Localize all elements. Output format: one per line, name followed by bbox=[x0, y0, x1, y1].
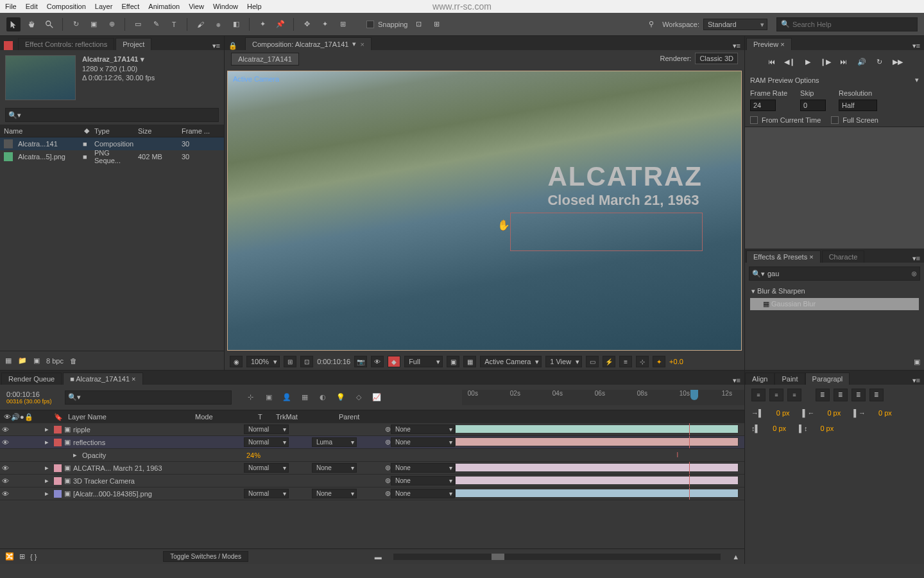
tab-project[interactable]: Project bbox=[116, 38, 151, 50]
menu-layer[interactable]: Layer bbox=[95, 3, 113, 10]
effect-item-gaussian-blur[interactable]: ▦ Gaussian Blur bbox=[750, 298, 919, 310]
new-comp-icon[interactable]: ▣ bbox=[33, 356, 40, 365]
panel-close-icon[interactable] bbox=[4, 41, 13, 50]
tab-effect-controls[interactable]: Effect Controls: reflections bbox=[18, 38, 114, 50]
loop-button[interactable]: ↻ bbox=[873, 55, 886, 68]
effects-search-input[interactable] bbox=[767, 270, 909, 277]
eraser-tool[interactable]: ◧ bbox=[229, 17, 243, 31]
menu-effect[interactable]: Effect bbox=[121, 3, 139, 10]
parent-dropdown[interactable]: None bbox=[391, 437, 455, 447]
parent-dropdown[interactable]: None bbox=[391, 425, 455, 434]
timeline-layer[interactable]: 👁▸▣[Alcatr...000-184385].pngNormalNone⊚N… bbox=[0, 487, 744, 500]
col-size[interactable]: Size bbox=[138, 127, 176, 135]
interpret-icon[interactable]: ▦ bbox=[5, 356, 12, 365]
ram-preview-button[interactable]: ▶▶ bbox=[891, 55, 904, 68]
tab-paint[interactable]: Paint bbox=[774, 372, 805, 385]
resolution-dropdown[interactable]: Full bbox=[404, 356, 443, 367]
type-tool[interactable]: T bbox=[167, 17, 181, 31]
trkmat-dropdown[interactable]: None bbox=[312, 463, 357, 473]
from-current-checkbox[interactable] bbox=[750, 116, 758, 124]
camera-dropdown[interactable]: Active Camera bbox=[480, 356, 542, 367]
mode-dropdown[interactable]: Normal bbox=[244, 437, 289, 447]
camera-tool[interactable]: ▣ bbox=[87, 17, 101, 31]
col-label-icon[interactable]: ◆ bbox=[84, 127, 89, 135]
next-frame-button[interactable]: ❙▶ bbox=[819, 55, 832, 68]
zoom-dropdown[interactable]: 100% bbox=[246, 356, 280, 367]
align-right-button[interactable]: ≡ bbox=[787, 389, 801, 401]
indent-first-value[interactable]: 0 px bbox=[827, 409, 841, 417]
brainstorm-icon[interactable]: 💡 bbox=[334, 391, 347, 404]
layer-duration-bar[interactable] bbox=[455, 489, 739, 498]
channel-icon[interactable]: ◆ bbox=[388, 356, 400, 367]
justify-right-button[interactable]: ≣ bbox=[851, 389, 866, 401]
tab-composition[interactable]: Composition: Alcatraz_17A141 ▾ × bbox=[245, 37, 372, 50]
fast-preview-icon[interactable]: ⚡ bbox=[603, 356, 615, 367]
panel-menu-icon[interactable]: ▾≡ bbox=[909, 376, 924, 385]
workspace-dropdown[interactable]: Standard bbox=[703, 19, 767, 30]
play-button[interactable]: ▶ bbox=[801, 55, 814, 68]
brackets-icon[interactable]: { } bbox=[30, 553, 37, 561]
timeline-layer[interactable]: 👁▸▣ALCATRA... March 21, 1963NormalNone⊚N… bbox=[0, 462, 744, 475]
grid-icon[interactable]: ⊞ bbox=[284, 356, 296, 367]
auto-keyframe-icon[interactable]: ◇ bbox=[352, 391, 365, 404]
panel-menu-icon[interactable]: ▾≡ bbox=[909, 42, 924, 50]
selection-rectangle[interactable] bbox=[510, 213, 703, 251]
toggle-switches-icon[interactable]: 🔀 bbox=[5, 552, 14, 561]
pan-behind-tool[interactable]: ⊕ bbox=[105, 17, 119, 31]
exposure-reset-icon[interactable]: ✦ bbox=[653, 356, 665, 367]
draft-3d-icon[interactable]: ▣ bbox=[262, 391, 275, 404]
dropdown-icon[interactable]: ▾ bbox=[915, 76, 919, 84]
menu-animation[interactable]: Animation bbox=[148, 3, 180, 10]
menu-file[interactable]: File bbox=[5, 3, 17, 10]
breadcrumb-item[interactable]: Alcatraz_17A141 bbox=[231, 53, 299, 66]
twirl-icon[interactable]: ▸ bbox=[45, 477, 51, 485]
mute-button[interactable]: 🔊 bbox=[855, 55, 868, 68]
visibility-icon[interactable]: 👁 bbox=[0, 490, 10, 498]
world-axis-icon[interactable]: ✦ bbox=[318, 17, 332, 31]
snapshot-icon[interactable]: 📷 bbox=[354, 356, 367, 367]
project-search[interactable]: 🔍▾ bbox=[5, 108, 219, 122]
timeline-layer[interactable]: ▸Opacity24%I bbox=[0, 449, 744, 462]
tab-timeline-comp[interactable]: ■ Alcatraz_17A141 × bbox=[63, 372, 142, 385]
views-dropdown[interactable]: 1 View bbox=[545, 356, 582, 367]
search-icon[interactable]: ⚲ bbox=[644, 17, 658, 31]
pen-tool[interactable]: ✎ bbox=[149, 17, 163, 31]
snap-bounds-icon[interactable]: ⊞ bbox=[430, 17, 444, 31]
close-icon[interactable]: × bbox=[780, 40, 784, 48]
col-parent[interactable]: Parent bbox=[339, 413, 359, 421]
tab-render-queue[interactable]: Render Queue bbox=[1, 372, 62, 385]
layer-color-label[interactable] bbox=[54, 490, 62, 498]
layer-color-label[interactable] bbox=[54, 464, 62, 472]
close-icon[interactable]: × bbox=[360, 40, 364, 48]
mode-dropdown[interactable]: Normal bbox=[244, 425, 289, 434]
panel-menu-icon[interactable]: ▾≡ bbox=[729, 376, 744, 385]
framerate-input[interactable]: 24 bbox=[750, 100, 776, 111]
parent-pickwhip-icon[interactable]: ⊚ bbox=[385, 438, 391, 446]
expand-icon[interactable]: ⊞ bbox=[19, 552, 25, 561]
timeline-icon[interactable]: ≡ bbox=[619, 356, 632, 367]
viewer-timecode[interactable]: 0:00:10:16 bbox=[317, 358, 350, 365]
trkmat-dropdown[interactable]: Luma bbox=[312, 437, 357, 447]
prev-frame-button[interactable]: ◀❙ bbox=[783, 55, 796, 68]
tab-align[interactable]: Align bbox=[745, 372, 774, 385]
menu-composition[interactable]: Composition bbox=[47, 3, 86, 10]
col-type[interactable]: Type bbox=[94, 127, 133, 135]
mode-dropdown[interactable]: Normal bbox=[244, 463, 289, 473]
layer-duration-bar[interactable] bbox=[455, 437, 739, 446]
always-preview-icon[interactable]: ◉ bbox=[230, 356, 243, 367]
composition-thumbnail[interactable] bbox=[5, 55, 76, 100]
first-frame-button[interactable]: ⏮ bbox=[766, 55, 778, 68]
toggle-switches-button[interactable]: Toggle Switches / Modes bbox=[163, 551, 248, 562]
last-frame-button[interactable]: ⏭ bbox=[837, 55, 850, 68]
timeline-search[interactable]: 🔍▾ bbox=[65, 390, 232, 405]
align-center-button[interactable]: ≡ bbox=[769, 389, 783, 401]
panel-menu-icon[interactable]: ▾≡ bbox=[729, 42, 744, 50]
parent-dropdown[interactable]: None bbox=[391, 463, 455, 473]
visibility-icon[interactable]: 👁 bbox=[0, 464, 10, 472]
parent-pickwhip-icon[interactable]: ⊚ bbox=[385, 425, 391, 434]
project-item[interactable]: Alcatra...5].png ■ PNG Seque... 402 MB 3… bbox=[0, 150, 224, 163]
hand-tool[interactable] bbox=[24, 17, 38, 31]
col-frame[interactable]: Frame ... bbox=[182, 127, 220, 135]
layer-color-label[interactable] bbox=[54, 426, 62, 434]
bpc-button[interactable]: 8 bpc bbox=[46, 357, 64, 365]
